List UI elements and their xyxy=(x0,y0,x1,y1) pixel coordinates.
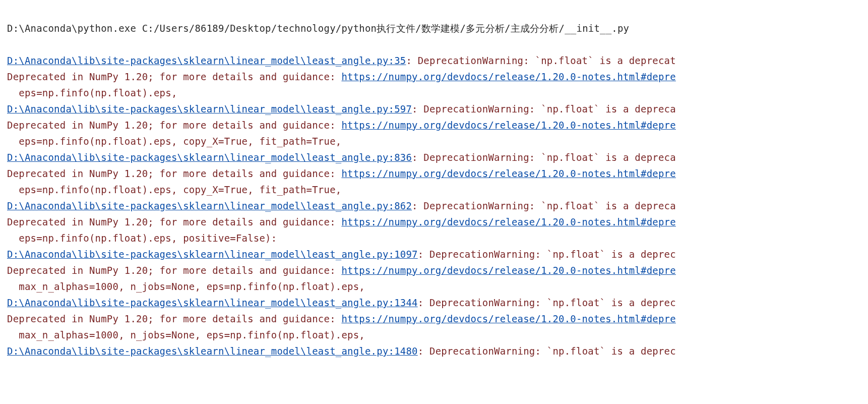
warning-guidance-line: Deprecated in NumPy 1.20; for more detai… xyxy=(7,117,868,133)
guidance-text: Deprecated in NumPy 1.20; for more detai… xyxy=(7,265,341,276)
file-link[interactable]: D:\Anaconda\lib\site-packages\sklearn\li… xyxy=(7,249,418,260)
guidance-url[interactable]: https://numpy.org/devdocs/release/1.20.0… xyxy=(341,216,675,227)
guidance-url[interactable]: https://numpy.org/devdocs/release/1.20.0… xyxy=(341,120,675,131)
guidance-text: Deprecated in NumPy 1.20; for more detai… xyxy=(7,71,341,82)
warning-message: : DeprecationWarning: `np.float` is a de… xyxy=(412,200,676,211)
guidance-text: Deprecated in NumPy 1.20; for more detai… xyxy=(7,120,341,131)
warning-code-line: eps=np.finfo(np.float).eps, copy_X=True,… xyxy=(7,133,868,149)
guidance-url[interactable]: https://numpy.org/devdocs/release/1.20.0… xyxy=(341,168,675,179)
guidance-text: Deprecated in NumPy 1.20; for more detai… xyxy=(7,168,341,179)
warning-message: : DeprecationWarning: `np.float` is a de… xyxy=(406,55,675,66)
warning-message: : DeprecationWarning: `np.float` is a de… xyxy=(418,297,676,308)
warning-code-line: max_n_alphas=1000, n_jobs=None, eps=np.f… xyxy=(7,327,868,343)
warning-file-line: D:\Anaconda\lib\site-packages\sklearn\li… xyxy=(7,343,868,359)
file-link[interactable]: D:\Anaconda\lib\site-packages\sklearn\li… xyxy=(7,297,418,308)
warning-message: : DeprecationWarning: `np.float` is a de… xyxy=(412,152,676,163)
warning-guidance-line: Deprecated in NumPy 1.20; for more detai… xyxy=(7,311,868,327)
file-link[interactable]: D:\Anaconda\lib\site-packages\sklearn\li… xyxy=(7,55,406,66)
warning-code-line: eps=np.finfo(np.float).eps, copy_X=True,… xyxy=(7,182,868,198)
warning-file-line: D:\Anaconda\lib\site-packages\sklearn\li… xyxy=(7,149,868,165)
warning-guidance-line: Deprecated in NumPy 1.20; for more detai… xyxy=(7,165,868,182)
warning-code-line: max_n_alphas=1000, n_jobs=None, eps=np.f… xyxy=(7,278,868,295)
warning-message: : DeprecationWarning: `np.float` is a de… xyxy=(418,345,676,357)
console-output: D:\Anaconda\python.exe C:/Users/86189/De… xyxy=(0,0,868,375)
warning-guidance-line: Deprecated in NumPy 1.20; for more detai… xyxy=(7,69,868,85)
file-link[interactable]: D:\Anaconda\lib\site-packages\sklearn\li… xyxy=(7,345,418,357)
command-line: D:\Anaconda\python.exe C:/Users/86189/De… xyxy=(7,20,868,36)
warning-guidance-line: Deprecated in NumPy 1.20; for more detai… xyxy=(7,262,868,278)
guidance-url[interactable]: https://numpy.org/devdocs/release/1.20.0… xyxy=(341,265,675,276)
warning-message: : DeprecationWarning: `np.float` is a de… xyxy=(412,103,676,114)
guidance-text: Deprecated in NumPy 1.20; for more detai… xyxy=(7,313,341,324)
warning-file-line: D:\Anaconda\lib\site-packages\sklearn\li… xyxy=(7,246,868,262)
warning-code-line: eps=np.finfo(np.float).eps, positive=Fal… xyxy=(7,230,868,246)
guidance-text: Deprecated in NumPy 1.20; for more detai… xyxy=(7,216,341,227)
warning-file-line: D:\Anaconda\lib\site-packages\sklearn\li… xyxy=(7,198,868,214)
warning-message: : DeprecationWarning: `np.float` is a de… xyxy=(418,249,676,260)
warning-guidance-line: Deprecated in NumPy 1.20; for more detai… xyxy=(7,214,868,230)
warning-code-line: eps=np.finfo(np.float).eps, xyxy=(7,85,868,101)
warning-file-line: D:\Anaconda\lib\site-packages\sklearn\li… xyxy=(7,295,868,311)
warning-file-line: D:\Anaconda\lib\site-packages\sklearn\li… xyxy=(7,52,868,69)
file-link[interactable]: D:\Anaconda\lib\site-packages\sklearn\li… xyxy=(7,103,412,114)
file-link[interactable]: D:\Anaconda\lib\site-packages\sklearn\li… xyxy=(7,152,412,163)
guidance-url[interactable]: https://numpy.org/devdocs/release/1.20.0… xyxy=(341,71,675,82)
warning-file-line: D:\Anaconda\lib\site-packages\sklearn\li… xyxy=(7,101,868,117)
file-link[interactable]: D:\Anaconda\lib\site-packages\sklearn\li… xyxy=(7,200,412,211)
guidance-url[interactable]: https://numpy.org/devdocs/release/1.20.0… xyxy=(341,313,675,324)
